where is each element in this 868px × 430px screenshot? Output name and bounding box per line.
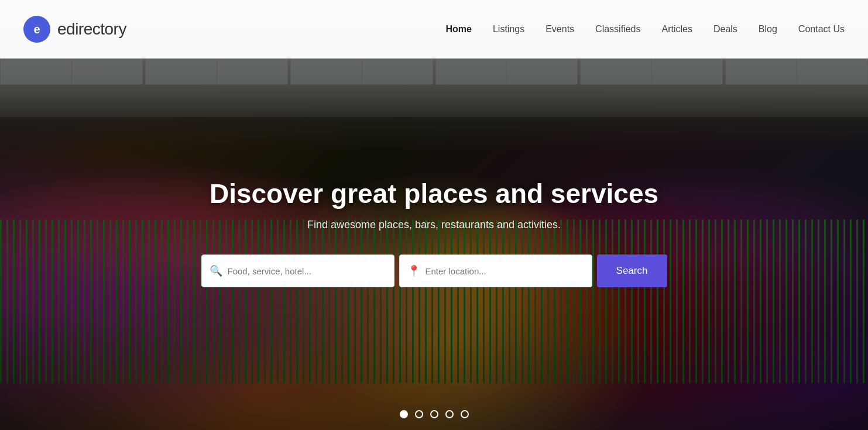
logo-area: e edirectory (23, 16, 126, 43)
carousel-dot-1[interactable] (400, 410, 408, 418)
nav-links: Home Listings Events Classifieds Article… (445, 24, 845, 35)
logo-icon: e (23, 16, 50, 43)
carousel-dot-5[interactable] (461, 410, 469, 418)
nav-link-events[interactable]: Events (545, 24, 574, 34)
nav-item-classifieds[interactable]: Classifieds (595, 24, 640, 35)
nav-item-contact[interactable]: Contact Us (798, 24, 845, 35)
search-button[interactable]: Search (597, 254, 667, 287)
location-input[interactable] (399, 254, 592, 287)
hero-section: e edirectory Home Listings Events Classi… (0, 0, 868, 430)
location-input-wrap: 📍 (399, 254, 592, 287)
nav-link-classifieds[interactable]: Classifieds (595, 24, 640, 34)
nav-link-deals[interactable]: Deals (713, 24, 737, 34)
nav-item-deals[interactable]: Deals (713, 24, 737, 35)
nav-item-articles[interactable]: Articles (661, 24, 692, 35)
navbar: e edirectory Home Listings Events Classi… (0, 0, 868, 59)
hero-title: Discover great places and services (210, 178, 658, 209)
nav-link-blog[interactable]: Blog (759, 24, 777, 34)
carousel-dot-4[interactable] (445, 410, 454, 418)
nav-item-events[interactable]: Events (545, 24, 574, 35)
search-bar: 🔍 📍 Search (201, 254, 667, 287)
nav-item-listings[interactable]: Listings (493, 24, 524, 35)
location-icon: 📍 (407, 264, 420, 277)
nav-link-home[interactable]: Home (445, 24, 471, 34)
keyword-input[interactable] (201, 254, 394, 287)
carousel-dot-3[interactable] (430, 410, 438, 418)
nav-item-blog[interactable]: Blog (759, 24, 777, 35)
hero-subtitle: Find awesome places, bars, restaurants a… (307, 219, 561, 231)
nav-link-contact[interactable]: Contact Us (798, 24, 845, 34)
carousel-dot-2[interactable] (415, 410, 423, 418)
brand-name: edirectory (57, 20, 126, 39)
nav-link-listings[interactable]: Listings (493, 24, 524, 34)
nav-item-home[interactable]: Home (445, 24, 471, 35)
keyword-input-wrap: 🔍 (201, 254, 394, 287)
carousel-dots (400, 410, 469, 418)
search-icon: 🔍 (210, 264, 222, 277)
logo-letter: e (33, 23, 40, 36)
hero-content: Discover great places and services Find … (0, 0, 868, 430)
nav-link-articles[interactable]: Articles (661, 24, 692, 34)
